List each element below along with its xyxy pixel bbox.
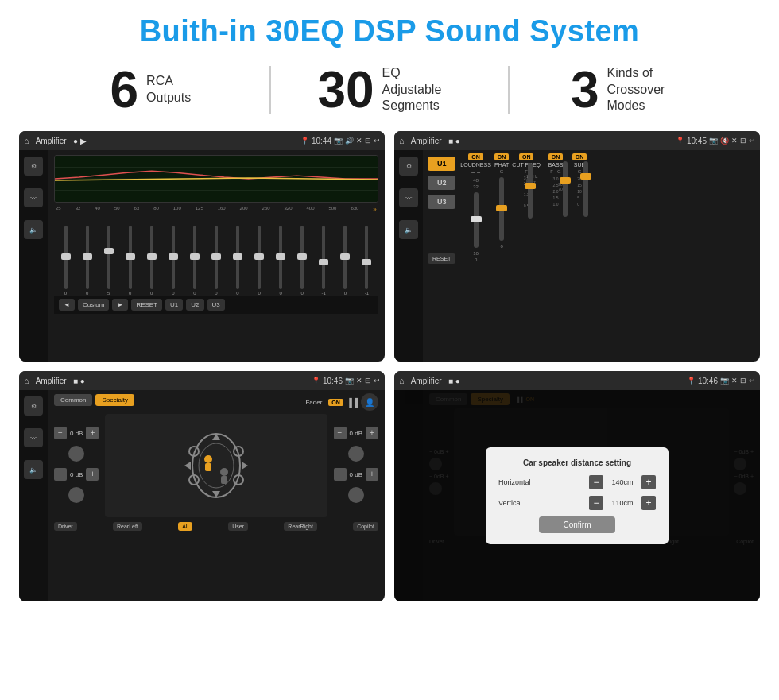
eq-custom-label[interactable]: Custom [78, 299, 110, 311]
svg-rect-13 [221, 476, 227, 484]
rear-left-btn[interactable]: RearLeft [113, 522, 142, 531]
horizontal-plus-btn[interactable]: + [641, 475, 656, 489]
eq-u3-btn[interactable]: U3 [207, 299, 225, 311]
eq-reset-btn[interactable]: RESET [131, 299, 162, 311]
eq-chart [54, 155, 378, 203]
back-icon-4[interactable]: ↩ [749, 377, 755, 385]
settings-icon[interactable]: 👤 [361, 393, 378, 411]
amp-main-area: U1 U2 U3 RESET ON LOUDNESS ~ ~ 48 32 [423, 150, 760, 362]
spec-filter-icon[interactable]: ⚙ [24, 396, 43, 416]
amp-u3-btn[interactable]: U3 [428, 195, 455, 209]
eq-slider-10[interactable]: 0 [251, 226, 268, 296]
db-value-tl: 0 dB [70, 430, 83, 437]
eq-prev-btn[interactable]: ◄ [59, 299, 75, 311]
dialog-overlay: Car speaker distance setting Horizontal … [394, 390, 760, 601]
eq-slider-13[interactable]: -1 [316, 226, 332, 296]
db-minus-tl[interactable]: − [54, 427, 67, 439]
eq-slider-12[interactable]: 0 [294, 226, 311, 296]
eq-sidebar: ⚙ 〰 🔈 [19, 150, 48, 362]
spec-wave-icon[interactable]: 〰 [24, 428, 43, 447]
user-btn[interactable]: User [228, 522, 248, 531]
loudness-on-badge: ON [468, 153, 483, 160]
driver-btn[interactable]: Driver [54, 522, 77, 531]
eq-slider-3[interactable]: 5 [100, 226, 117, 296]
spec-dialog-bg: Common Specialty ▐▐ ON − 0dB + − 0dB + [394, 390, 760, 601]
back-icon-1[interactable]: ↩ [374, 137, 380, 145]
stat-label-rca: RCAOutputs [146, 73, 191, 106]
sub-slider[interactable] [583, 161, 588, 217]
copilot-btn[interactable]: Copilot [353, 522, 378, 531]
confirm-button[interactable]: Confirm [539, 516, 614, 533]
vertical-plus-btn[interactable]: + [641, 496, 656, 510]
loudness-slider[interactable] [474, 192, 479, 248]
stat-rca: 6 RCAOutputs [48, 64, 254, 115]
spec-speaker-icon[interactable]: 🔈 [24, 460, 43, 479]
expand-icon[interactable]: » [373, 206, 376, 213]
location-icon-2: 📍 [676, 137, 684, 145]
bottom-labels: Driver RearLeft All User RearRight Copil… [54, 520, 378, 532]
fader-slider[interactable]: ▐▐ [347, 398, 358, 407]
db-plus-tr[interactable]: + [366, 427, 378, 439]
all-btn[interactable]: All [178, 522, 192, 531]
amp-u1-btn[interactable]: U1 [428, 157, 455, 171]
db-value-br: 0 dB [350, 471, 362, 478]
screen-title-2: Amplifier ■ ● [411, 137, 672, 145]
sub-on-badge: ON [572, 153, 587, 160]
eq-slider-15[interactable]: -1 [358, 226, 375, 296]
eq-play-btn[interactable]: ► [112, 299, 128, 311]
amp-u2-btn[interactable]: U2 [428, 176, 455, 190]
eq-slider-7[interactable]: 0 [186, 226, 203, 296]
eq-slider-2[interactable]: 0 [79, 226, 95, 296]
eq-bottom-bar: ◄ Custom ► RESET U1 U2 U3 [54, 296, 378, 314]
cutfreq-slider[interactable] [528, 163, 533, 219]
amp-reset-btn[interactable]: RESET [428, 253, 455, 264]
eq-slider-4[interactable]: 0 [122, 226, 138, 296]
eq-slider-6[interactable]: 0 [165, 226, 181, 296]
db-minus-br[interactable]: − [334, 468, 347, 481]
eq-u2-btn[interactable]: U2 [186, 299, 203, 311]
db-control-tr: − 0 dB + [334, 427, 378, 439]
fader-label: Fader [305, 399, 322, 406]
home-icon-4[interactable]: ⌂ [399, 376, 405, 385]
phat-control: ON PHAT G 0 [494, 153, 510, 358]
amp-filter-icon[interactable]: ⚙ [399, 157, 418, 176]
eq-slider-5[interactable]: 0 [143, 226, 160, 296]
vertical-ctrl: − 110cm + [589, 496, 656, 510]
stat-number-30: 30 [317, 64, 374, 115]
db-minus-bl[interactable]: − [54, 468, 67, 481]
back-icon-2[interactable]: ↩ [749, 137, 755, 145]
eq-slider-11[interactable]: 0 [273, 226, 289, 296]
db-plus-br[interactable]: + [366, 468, 378, 481]
back-icon-3[interactable]: ↩ [374, 377, 380, 385]
home-icon-1[interactable]: ⌂ [24, 136, 29, 145]
specialty-tab[interactable]: Specialty [95, 394, 134, 406]
eq-speaker-icon[interactable]: 🔈 [24, 220, 43, 239]
home-icon-3[interactable]: ⌂ [24, 376, 29, 385]
db-plus-bl[interactable]: + [86, 468, 99, 481]
bass-slider[interactable] [563, 161, 568, 217]
phat-slider[interactable] [499, 177, 504, 241]
eq-slider-9[interactable]: 0 [230, 226, 246, 296]
eq-slider-1[interactable]: 0 [57, 226, 74, 296]
horizontal-minus-btn[interactable]: − [589, 475, 603, 489]
vertical-minus-btn[interactable]: − [589, 496, 603, 510]
home-icon-2[interactable]: ⌂ [399, 136, 405, 145]
svg-rect-11 [205, 463, 211, 471]
eq-screen: ⚙ 〰 🔈 [19, 150, 385, 362]
speaker-circle-tl [68, 446, 84, 462]
amp-wave-icon[interactable]: 〰 [399, 188, 418, 207]
eq-filter-icon[interactable]: ⚙ [24, 157, 43, 176]
rear-right-btn[interactable]: RearRight [284, 522, 317, 531]
eq-slider-14[interactable]: 0 [337, 226, 354, 296]
db-minus-tr[interactable]: − [334, 427, 347, 439]
common-tab[interactable]: Common [54, 394, 92, 406]
eq-wave-icon[interactable]: 〰 [24, 188, 43, 207]
amp-speaker-icon[interactable]: 🔈 [399, 220, 418, 239]
eq-slider-8[interactable]: 0 [207, 226, 224, 296]
cutfreq-control: ON CUT FREQ F 3.02.11.30.5 100Hz80Hz60Hz [512, 153, 541, 358]
db-plus-tl[interactable]: + [86, 427, 99, 439]
horizontal-label: Horizontal [498, 478, 531, 486]
spec-main-area: Common Specialty Fader ON ▐▐ 👤 [48, 390, 385, 601]
screen-specialty: ⌂ Amplifier ■ ● 📍 10:46 📷 ✕ ⊟ ↩ ⚙ 〰 🔈 Co [19, 371, 385, 601]
eq-u1-btn[interactable]: U1 [165, 299, 183, 311]
